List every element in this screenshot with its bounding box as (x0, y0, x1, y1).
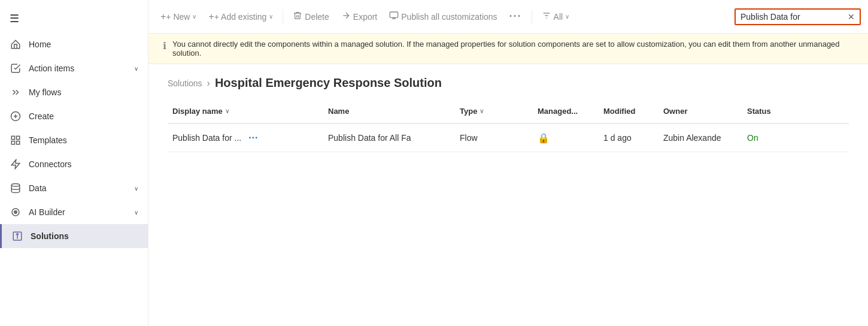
filter-button[interactable]: All ∨ (537, 7, 575, 26)
sidebar-item-ai-builder-label: AI Builder (29, 207, 134, 217)
display-name-sort-icon: ∨ (225, 108, 229, 114)
header-managed: Managed... (533, 104, 599, 118)
close-icon[interactable]: ✕ (848, 12, 855, 22)
sidebar-item-solutions[interactable]: Solutions (0, 224, 148, 248)
delete-icon (293, 11, 302, 22)
svg-rect-4 (17, 136, 20, 139)
home-icon (10, 38, 22, 50)
sidebar-item-action-items[interactable]: Action items ∨ (0, 56, 148, 80)
header-type[interactable]: Type ∨ (455, 104, 533, 118)
table-container: Display name ∨ Name Type ∨ Managed... Mo… (148, 99, 868, 152)
sidebar-item-create-label: Create (29, 111, 138, 121)
cell-status: On (742, 128, 790, 147)
delete-button[interactable]: Delete (288, 7, 333, 26)
header-name-label: Name (328, 107, 349, 116)
main-content: + + New ∨ + + Add existing ∨ Delete Expo… (148, 0, 868, 326)
svg-rect-3 (11, 136, 14, 139)
header-modified: Modified (599, 104, 658, 118)
search-box: Publish Data for ✕ (735, 8, 861, 25)
status-text: On (747, 133, 758, 143)
row-ellipsis-button[interactable]: ··· (246, 131, 260, 144)
header-name: Name (323, 104, 455, 118)
cell-full-name: Publish Data for All Fa (323, 128, 455, 147)
header-type-label: Type (460, 107, 477, 116)
table-header: Display name ∨ Name Type ∨ Managed... Mo… (168, 99, 849, 124)
header-status-label: Status (747, 107, 771, 116)
cell-managed: 🔒 (533, 128, 599, 149)
info-icon: ℹ (163, 40, 166, 52)
owner-text: Zubin Alexande (663, 133, 721, 143)
sidebar-item-home[interactable]: Home (0, 32, 148, 56)
add-existing-button[interactable]: + + Add existing ∨ (204, 8, 278, 26)
sidebar-item-solutions-label: Solutions (31, 231, 138, 241)
cell-display-name: Publish Data for ... ··· (168, 126, 323, 149)
sidebar-item-action-items-label: Action items (29, 64, 134, 73)
connectors-icon (10, 158, 22, 170)
new-chevron-icon: ∨ (192, 13, 196, 20)
cell-type: Flow (455, 128, 533, 147)
lock-icon: 🔒 (538, 133, 550, 143)
modified-text: 1 d ago (603, 133, 632, 143)
type-text: Flow (460, 133, 478, 143)
add-existing-chevron-icon: ∨ (269, 13, 273, 20)
export-icon (341, 11, 351, 22)
new-plus-icon: + (160, 11, 166, 22)
header-managed-label: Managed... (538, 107, 578, 116)
type-sort-icon: ∨ (479, 108, 484, 114)
breadcrumb-current: Hospital Emergency Response Solution (215, 76, 442, 90)
export-button[interactable]: Export (336, 7, 382, 26)
solutions-icon (11, 230, 23, 242)
new-button[interactable]: + + New ∨ (156, 8, 201, 26)
search-input[interactable]: Publish Data for (740, 12, 845, 22)
sidebar-item-data[interactable]: Data ∨ (0, 176, 148, 200)
cell-modified: 1 d ago (599, 128, 658, 147)
header-display-name[interactable]: Display name ∨ (168, 104, 323, 118)
sidebar-item-templates-label: Templates (29, 135, 138, 145)
toolbar-divider-1 (283, 10, 283, 24)
data-icon (10, 182, 22, 194)
breadcrumb-parent[interactable]: Solutions (168, 79, 202, 88)
warning-banner: ℹ You cannot directly edit the component… (148, 34, 868, 64)
filter-chevron-icon: ∨ (565, 13, 569, 20)
table-row[interactable]: Publish Data for ... ··· Publish Data fo… (168, 124, 849, 152)
new-label: + New (166, 12, 190, 22)
sidebar-item-templates[interactable]: Templates (0, 128, 148, 152)
add-existing-label: + Add existing (214, 12, 267, 22)
action-items-chevron: ∨ (134, 65, 138, 72)
toolbar: + + New ∨ + + Add existing ∨ Delete Expo… (148, 0, 868, 34)
ai-builder-icon (10, 206, 22, 218)
svg-rect-14 (390, 12, 398, 17)
action-items-icon (10, 62, 22, 74)
sidebar: ☰ Home Action items ∨ My flows Create Te… (0, 0, 148, 326)
svg-rect-6 (17, 141, 20, 144)
header-owner-label: Owner (663, 107, 687, 116)
content-area: Solutions › Hospital Emergency Response … (148, 64, 868, 326)
sidebar-item-connectors-label: Connectors (29, 159, 138, 169)
header-modified-label: Modified (603, 107, 635, 116)
create-icon (10, 110, 22, 122)
my-flows-icon (10, 86, 22, 98)
templates-icon (10, 134, 22, 146)
publish-all-icon (389, 11, 399, 22)
svg-point-10 (15, 212, 16, 213)
breadcrumb: Solutions › Hospital Emergency Response … (148, 64, 868, 99)
sidebar-item-connectors[interactable]: Connectors (0, 152, 148, 176)
more-button[interactable]: ··· (505, 7, 527, 26)
header-status: Status (742, 104, 790, 118)
full-name-text: Publish Data for All Fa (328, 133, 411, 143)
filter-label: All (554, 12, 563, 22)
sidebar-item-my-flows-label: My flows (29, 87, 138, 97)
publish-all-label: Publish all customizations (401, 12, 497, 22)
header-owner: Owner (658, 104, 742, 118)
sidebar-item-ai-builder[interactable]: AI Builder ∨ (0, 200, 148, 224)
cell-owner: Zubin Alexande (658, 128, 742, 147)
sidebar-item-home-label: Home (29, 40, 138, 49)
sidebar-item-create[interactable]: Create (0, 104, 148, 128)
sidebar-item-my-flows[interactable]: My flows (0, 80, 148, 104)
hamburger-icon[interactable]: ☰ (0, 5, 148, 32)
ai-builder-chevron: ∨ (134, 209, 138, 216)
display-name-text: Publish Data for ... (172, 133, 241, 143)
header-display-name-label: Display name (172, 107, 223, 116)
delete-label: Delete (305, 12, 329, 22)
publish-all-button[interactable]: Publish all customizations (384, 7, 502, 26)
